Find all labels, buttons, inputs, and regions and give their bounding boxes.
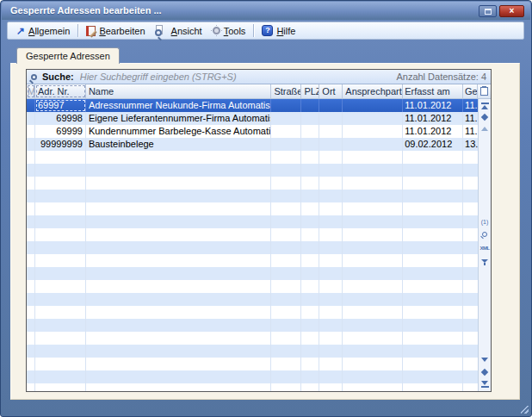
cell-ansprechpartner <box>343 241 403 254</box>
column-header-ort[interactable]: Ort <box>319 84 343 98</box>
table-row[interactable]: 99999999Bausteinbelege09.02.201213. <box>27 138 478 151</box>
cell-m <box>27 267 35 280</box>
edit-notebook-icon <box>86 26 96 36</box>
address-grid: Suche: Hier Suchbegriff eingeben (STRG+S… <box>26 69 492 392</box>
table-row-empty[interactable] <box>27 358 478 370</box>
cell-adr_nr <box>35 190 86 202</box>
table-row-empty[interactable] <box>27 293 478 306</box>
search-icon <box>31 74 37 80</box>
menu-item-label: Ansicht <box>171 26 202 36</box>
cell-m <box>27 138 35 151</box>
page-down-button[interactable] <box>479 358 491 362</box>
cell-m <box>27 112 35 125</box>
jump-down-button[interactable] <box>479 370 491 375</box>
maximize-button[interactable] <box>479 5 497 17</box>
menu-item-ansicht[interactable]: Ansicht <box>151 22 207 39</box>
cell-ge: 11. <box>463 125 478 138</box>
table-row-empty[interactable] <box>27 254 478 267</box>
cell-name <box>86 228 272 241</box>
tab-gesperrte-adressen[interactable]: Gesperrte Adressen <box>16 47 120 64</box>
cell-ansprechpartner <box>343 99 403 112</box>
cell-adr_nr <box>35 332 86 345</box>
scroll-bottom-icon <box>481 381 489 388</box>
table-row-empty[interactable] <box>27 164 478 177</box>
table-row-empty[interactable] <box>27 190 478 202</box>
table-row-empty[interactable] <box>27 370 478 383</box>
cell-strasse <box>271 345 301 358</box>
cell-name <box>86 215 272 228</box>
column-header-strasse[interactable]: Straße <box>271 84 301 98</box>
table-row-empty[interactable] <box>27 241 478 254</box>
cell-erfasst_am: 11.01.2012 <box>403 112 463 125</box>
cell-name: Adressnummer Neukunde-Firma Automatisch … <box>86 99 272 112</box>
scroll-top-button[interactable] <box>479 103 491 109</box>
cell-name <box>86 332 272 345</box>
resize-grip[interactable] <box>521 406 529 414</box>
table-row-empty[interactable] <box>27 332 478 345</box>
table-row[interactable]: 69998Eigene Lieferantennummer-Firma Auto… <box>27 112 478 125</box>
cell-ansprechpartner <box>343 125 403 138</box>
scroll-bottom-button[interactable] <box>479 381 491 388</box>
cell-strasse <box>271 202 301 215</box>
cell-ge <box>463 151 478 164</box>
cell-plz <box>301 280 319 293</box>
cell-erfasst_am <box>403 241 463 254</box>
column-header-adr_nr[interactable]: Adr. Nr. <box>35 84 86 98</box>
table-row-empty[interactable] <box>27 306 478 319</box>
xml-button[interactable]: XML <box>479 246 491 251</box>
cell-adr_nr: 69997 <box>35 99 86 112</box>
table-row-empty[interactable] <box>27 383 478 391</box>
table-row-empty[interactable] <box>27 345 478 358</box>
menu-item-allgemein[interactable]: ↗Allgemein <box>11 22 75 39</box>
table-row-empty[interactable] <box>27 319 478 332</box>
search-bar[interactable]: Suche: Hier Suchbegriff eingeben (STRG+S… <box>27 70 491 84</box>
cell-name <box>86 319 272 332</box>
column-header-plz[interactable]: PLZ <box>301 84 319 98</box>
cell-ge <box>463 332 478 345</box>
cell-ge <box>463 370 478 383</box>
jump-up-button[interactable] <box>479 115 491 120</box>
cell-erfasst_am <box>403 177 463 190</box>
table-row-empty[interactable] <box>27 215 478 228</box>
page-up-button[interactable] <box>479 127 491 131</box>
search-button[interactable] <box>479 232 491 237</box>
cell-plz <box>301 306 319 319</box>
column-select-button[interactable] <box>478 84 491 98</box>
cell-erfasst_am <box>403 164 463 177</box>
cell-ansprechpartner <box>343 228 403 241</box>
cell-plz <box>301 138 319 151</box>
table-row[interactable]: 69999Kundennummer Barbelege-Kasse Automa… <box>27 125 478 138</box>
cell-ansprechpartner <box>343 280 403 293</box>
menu-item-tools[interactable]: Tools <box>207 22 251 39</box>
menu-item-hilfe[interactable]: ?Hilfe <box>257 22 300 39</box>
table-row-empty[interactable] <box>27 228 478 241</box>
filter-button[interactable] <box>479 259 491 265</box>
cell-m <box>27 293 35 306</box>
table-row-empty[interactable] <box>27 202 478 215</box>
search-input[interactable]: Hier Suchbegriff eingeben (STRG+S) <box>80 72 237 82</box>
menu-item-bearbeiten[interactable]: Bearbeiten <box>81 22 150 39</box>
column-header-ansprechpartner[interactable]: Ansprechpartner <box>343 84 403 98</box>
cell-ort <box>319 112 343 125</box>
column-header-ge[interactable]: Ge <box>463 84 478 98</box>
table-row-empty[interactable] <box>27 151 478 164</box>
digits-button[interactable]: (1) <box>479 219 491 226</box>
table-row-empty[interactable] <box>27 280 478 293</box>
cell-plz <box>301 99 319 112</box>
column-header-m[interactable]: M <box>27 84 35 98</box>
table-row-empty[interactable] <box>27 177 478 190</box>
cell-plz <box>301 202 319 215</box>
table-row-empty[interactable] <box>27 267 478 280</box>
cell-ort <box>319 345 343 358</box>
table-row[interactable]: 69997Adressnummer Neukunde-Firma Automat… <box>27 99 478 112</box>
cell-adr_nr: 69998 <box>35 112 86 125</box>
title-bar[interactable]: Gesperrte Adressen bearbeiten ... × <box>2 2 530 20</box>
column-select-icon <box>480 87 488 96</box>
menu-bar: ↗AllgemeinBearbeitenAnsichtTools?Hilfe <box>7 22 524 40</box>
close-button[interactable]: × <box>499 5 524 17</box>
column-header-erfasst_am[interactable]: Erfasst am <box>403 84 463 98</box>
column-header-name[interactable]: Name <box>86 84 272 98</box>
tab-page-panel: Suche: Hier Suchbegriff eingeben (STRG+S… <box>10 63 520 400</box>
scroll-strip[interactable]: (1)XML <box>478 99 491 391</box>
cell-ansprechpartner <box>343 345 403 358</box>
